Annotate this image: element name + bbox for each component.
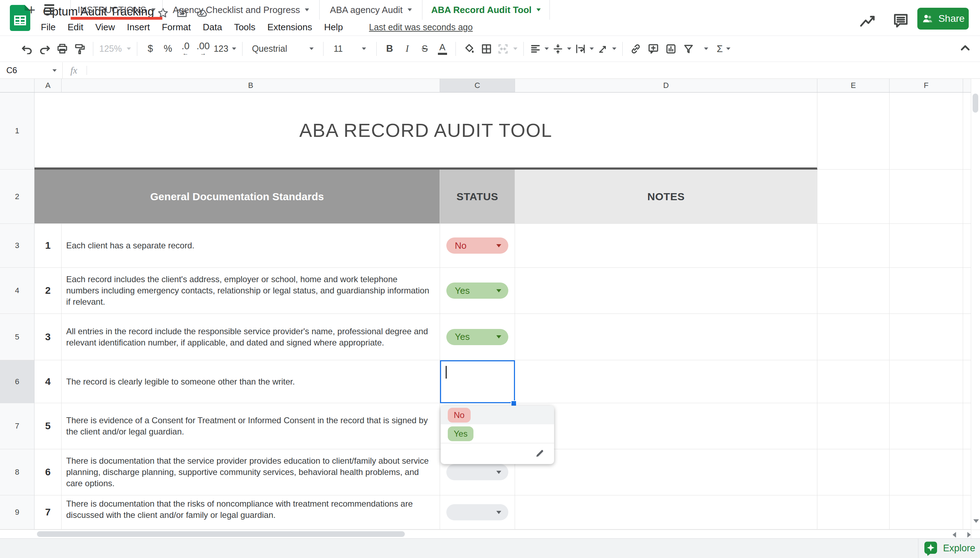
cell-notes[interactable] <box>515 496 817 530</box>
cell[interactable] <box>963 224 971 268</box>
cell[interactable] <box>817 403 890 449</box>
cell[interactable] <box>890 449 963 496</box>
name-box[interactable]: C6 <box>0 62 62 79</box>
cell-notes[interactable] <box>515 360 817 403</box>
number-format-menu[interactable]: 123 <box>214 41 236 57</box>
cell-item-text[interactable]: There is evidence of a Consent for Treat… <box>62 403 440 449</box>
row-header[interactable]: 9 <box>0 496 35 530</box>
row-header[interactable]: 5 <box>0 314 35 360</box>
cell[interactable] <box>890 314 963 360</box>
cell-item-number[interactable]: 5 <box>35 403 62 449</box>
borders-button[interactable] <box>479 41 493 57</box>
tab-instructions[interactable]: INSTRUCTIONS <box>71 0 163 20</box>
cell[interactable] <box>963 268 971 314</box>
insert-comment-button[interactable] <box>646 41 660 57</box>
tab-aba-agency-audit[interactable]: ABA agency Audit <box>320 0 423 20</box>
menu-extensions[interactable]: Extensions <box>268 22 312 33</box>
paint-format-button[interactable] <box>73 41 87 57</box>
cell-item-text[interactable]: Each record includes the client's addres… <box>62 268 440 314</box>
cell-status[interactable] <box>440 496 515 530</box>
menu-data[interactable]: Data <box>203 22 222 33</box>
cell-item-text[interactable]: Each client has a separate record. <box>62 224 440 268</box>
all-sheets-menu-icon[interactable] <box>44 4 54 15</box>
pencil-icon[interactable] <box>534 448 545 459</box>
text-color-button[interactable]: A <box>436 41 449 57</box>
last-edit-link[interactable]: Last edit was seconds ago <box>369 22 473 32</box>
font-family-select[interactable]: Questrial <box>248 41 317 57</box>
cell[interactable] <box>817 314 890 360</box>
column-header-c[interactable]: C <box>440 79 515 92</box>
status-chip-empty[interactable] <box>446 464 508 480</box>
merge-cells-button[interactable] <box>497 41 518 57</box>
cell-item-text[interactable]: The record is clearly legible to someone… <box>62 360 440 403</box>
insights-icon[interactable] <box>859 13 876 28</box>
row-header[interactable]: 4 <box>0 268 35 314</box>
cell[interactable] <box>963 496 971 530</box>
cell[interactable] <box>890 169 963 224</box>
column-header-e[interactable]: E <box>817 79 890 92</box>
tab-menu-arrow-icon[interactable] <box>305 8 309 11</box>
cell[interactable] <box>963 360 971 403</box>
cell-section-header[interactable]: General Documentation Standards <box>35 169 440 224</box>
cell-notes[interactable] <box>515 224 817 268</box>
row-header[interactable]: 2 <box>0 169 35 224</box>
status-chip-yes[interactable]: Yes <box>446 282 508 299</box>
scroll-right-arrow-icon[interactable] <box>967 532 971 538</box>
cell-notes[interactable] <box>515 268 817 314</box>
collapse-toolbar-icon[interactable] <box>958 41 972 55</box>
scroll-left-arrow-icon[interactable] <box>952 532 956 538</box>
status-chip-empty[interactable] <box>446 504 508 520</box>
scroll-down-arrow-icon[interactable] <box>973 519 979 523</box>
cell[interactable] <box>817 449 890 496</box>
cell-sheet-title[interactable]: ABA RECORD AUDIT TOOL <box>35 92 817 169</box>
italic-button[interactable]: I <box>400 41 414 57</box>
dropdown-edit-row[interactable] <box>441 443 554 464</box>
cell-item-number[interactable]: 7 <box>35 496 62 530</box>
cell-item-text[interactable]: All entries in the record include the re… <box>62 314 440 360</box>
text-wrap-button[interactable] <box>575 41 594 57</box>
menu-tools[interactable]: Tools <box>234 22 256 33</box>
cell[interactable] <box>963 403 971 449</box>
undo-button[interactable] <box>20 41 34 57</box>
cell-status[interactable]: Yes <box>440 268 515 314</box>
functions-button[interactable]: Σ <box>717 41 731 57</box>
row-header[interactable]: 7 <box>0 403 35 449</box>
filter-button[interactable] <box>681 41 696 57</box>
cell[interactable] <box>817 496 890 530</box>
tab-menu-arrow-icon[interactable] <box>408 8 412 11</box>
menu-edit[interactable]: Edit <box>67 22 84 33</box>
row-header[interactable]: 8 <box>0 449 35 496</box>
increase-decimal-button[interactable]: .00→ <box>196 41 210 57</box>
row-header[interactable]: 3 <box>0 224 35 268</box>
select-all-corner[interactable] <box>0 79 35 92</box>
column-header-a[interactable]: A <box>35 79 62 92</box>
redo-button[interactable] <box>38 41 52 57</box>
vertical-scrollbar[interactable] <box>971 79 980 530</box>
text-rotation-button[interactable] <box>597 41 617 57</box>
cell[interactable] <box>890 92 963 169</box>
explore-button[interactable]: Explore <box>918 539 980 558</box>
insert-link-button[interactable] <box>629 41 643 57</box>
status-chip-no[interactable]: No <box>446 238 508 254</box>
cell[interactable] <box>817 92 890 169</box>
cell[interactable] <box>890 268 963 314</box>
vertical-scrollbar-thumb[interactable] <box>973 94 978 113</box>
horizontal-align-button[interactable] <box>530 41 549 57</box>
cell-item-text[interactable]: There is documentation that the risks of… <box>62 496 440 530</box>
strikethrough-button[interactable]: S <box>418 41 432 57</box>
cell-item-number[interactable]: 6 <box>35 449 62 496</box>
cell[interactable] <box>963 169 971 224</box>
menu-format[interactable]: Format <box>162 22 191 33</box>
cell-item-number[interactable]: 3 <box>35 314 62 360</box>
column-header-b[interactable]: B <box>62 79 440 92</box>
menu-insert[interactable]: Insert <box>127 22 150 33</box>
cell-item-text[interactable]: There is documentation that the service … <box>62 449 440 496</box>
decrease-decimal-button[interactable]: .0← <box>178 41 192 57</box>
dropdown-option-no[interactable]: No <box>441 405 554 424</box>
column-header-f[interactable]: F <box>890 79 963 92</box>
font-size-select[interactable]: 11 <box>329 41 370 57</box>
cell-item-number[interactable]: 2 <box>35 268 62 314</box>
cell[interactable] <box>817 268 890 314</box>
cell[interactable] <box>890 403 963 449</box>
bold-button[interactable]: B <box>383 41 397 57</box>
